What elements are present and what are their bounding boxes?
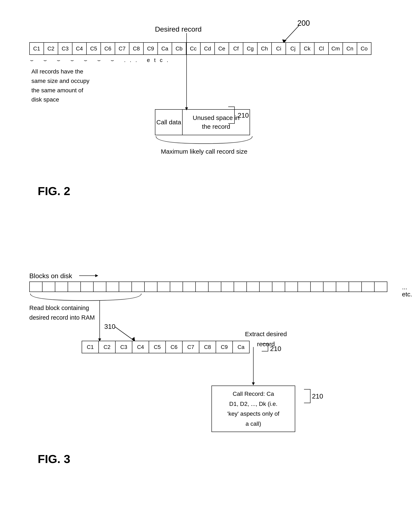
svg-line-0 xyxy=(285,25,299,41)
block-cell xyxy=(42,282,55,292)
block-cell xyxy=(246,282,260,292)
block-cell xyxy=(259,282,272,292)
small-record-cell: C9 xyxy=(216,341,233,353)
small-record-cell: C3 xyxy=(115,341,132,353)
record-cell: C9 xyxy=(143,42,158,55)
record-cell: Cf xyxy=(229,42,243,55)
record-cell: Cj xyxy=(286,42,300,55)
record-cell: Ck xyxy=(300,42,315,55)
small-record-cell: C5 xyxy=(149,341,166,353)
small-record-cell: C6 xyxy=(165,341,183,353)
record-cell: Ca xyxy=(157,42,172,55)
fig3-section: Blocks on disk ... etc. Read block conta… xyxy=(17,270,403,521)
block-cell xyxy=(144,282,157,292)
etc-label: ... etc. xyxy=(402,284,412,298)
block-cell xyxy=(348,282,362,292)
desired-record-label: Desired record xyxy=(155,25,202,33)
record-cell: C5 xyxy=(86,42,101,55)
block-cell xyxy=(336,282,349,292)
brace-under-record-svg xyxy=(155,135,253,146)
blocks-row xyxy=(29,282,387,292)
record-cell: C8 xyxy=(129,42,144,55)
record-cell: C1 xyxy=(29,42,44,55)
block-cell xyxy=(323,282,336,292)
small-record-cell: C4 xyxy=(132,341,149,353)
block-cell xyxy=(170,282,183,292)
record-cell: C7 xyxy=(115,42,129,55)
block-cell xyxy=(285,282,298,292)
block-cell xyxy=(310,282,323,292)
block-cell xyxy=(68,282,81,292)
block-cell xyxy=(80,282,93,292)
block-cell xyxy=(208,282,221,292)
block-cell xyxy=(297,282,311,292)
block-cell xyxy=(234,282,247,292)
all-records-text: All records have the same size and occup… xyxy=(31,67,89,104)
block-cell xyxy=(132,282,145,292)
small-record-cell: C7 xyxy=(182,341,199,353)
call-data-cell: Call data xyxy=(155,110,183,135)
record-cell: Cb xyxy=(172,42,186,55)
block-cell xyxy=(29,282,42,292)
block-cell xyxy=(183,282,196,292)
record-cell: C2 xyxy=(43,42,58,55)
call-record-text: Call Record: Ca D1, D2, ..., Dk (i.e. 'k… xyxy=(227,389,279,429)
fig2-label: FIG. 2 xyxy=(38,184,70,198)
brace-row-fig2: ⌣ ⌣ ⌣ ⌣ ⌣ ⌣ ⌣ ... etc. xyxy=(30,57,172,63)
v-line-brace-to-records xyxy=(100,300,100,341)
record-cell: Co xyxy=(357,42,371,55)
record-cell: C3 xyxy=(58,42,72,55)
block-cell xyxy=(157,282,170,292)
block-cell xyxy=(272,282,285,292)
brace-under-blocks-svg xyxy=(29,293,142,302)
small-record-cell: C2 xyxy=(98,341,116,353)
block-cell xyxy=(361,282,375,292)
block-cell xyxy=(221,282,234,292)
record-cell: Cn xyxy=(343,42,357,55)
record-cell: Ci xyxy=(271,42,286,55)
page: 200 Desired record Records on disk C1C2C… xyxy=(0,0,420,526)
record-cell: Cm xyxy=(328,42,343,55)
block-cell xyxy=(195,282,208,292)
ref-210-extract: 210 xyxy=(270,345,281,353)
read-block-label: Read block containing desired record int… xyxy=(29,303,95,323)
record-cell: C6 xyxy=(101,42,115,55)
record-cell: C4 xyxy=(72,42,87,55)
record-cell: Cg xyxy=(243,42,257,55)
block-cell xyxy=(55,282,68,292)
svg-line-2 xyxy=(115,327,134,341)
call-record-box: Call Record: Ca D1, D2, ..., Dk (i.e. 'k… xyxy=(212,385,295,432)
max-likely-label: Maximum likely call record size xyxy=(155,147,253,157)
record-box-210: Call data Unused space inthe record xyxy=(155,109,250,135)
block-cell xyxy=(93,282,106,292)
fig3-label: FIG. 3 xyxy=(38,452,70,466)
arrow-200-svg xyxy=(272,23,306,44)
blocks-arrow xyxy=(79,275,98,276)
records-row: C1C2C3C4C5C6C7C8C9CaCbCcCdCeCfCgChCiCjCk… xyxy=(29,42,371,55)
ref-210-extract-bracket xyxy=(256,343,272,353)
record-cell: Ce xyxy=(215,42,229,55)
desired-v-line xyxy=(186,33,187,110)
ref-210-cr: 210 xyxy=(312,393,323,400)
record-cell: Cc xyxy=(186,42,201,55)
unused-space-cell: Unused space inthe record xyxy=(183,110,250,135)
record-cell: Cl xyxy=(314,42,329,55)
small-record-cell: C8 xyxy=(199,341,216,353)
block-cell xyxy=(106,282,119,292)
blocks-on-disk-label: Blocks on disk xyxy=(29,272,72,280)
ca-to-box-v-line xyxy=(253,347,254,385)
record-cell: Cd xyxy=(200,42,215,55)
block-cell xyxy=(119,282,132,292)
fig2-section: 200 Desired record Records on disk C1C2C… xyxy=(17,12,403,253)
record-cell: Ch xyxy=(257,42,272,55)
small-record-cell: C1 xyxy=(82,341,99,353)
block-cell xyxy=(374,282,387,292)
small-records-row: C1C2C3C4C5C6C7C8C9Ca xyxy=(82,341,250,353)
